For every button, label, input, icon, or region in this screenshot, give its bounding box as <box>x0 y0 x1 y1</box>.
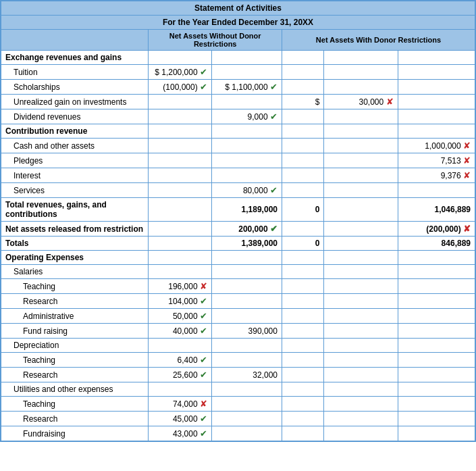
cell-b3 <box>398 426 475 441</box>
check-icon: ✔ <box>200 82 207 92</box>
cell-b3 <box>398 109 475 124</box>
col-label-header <box>1 30 149 51</box>
cell-a1 <box>149 198 212 222</box>
row-label: Research <box>1 368 149 382</box>
row-label: Services <box>1 183 149 198</box>
cell-b1: $ <box>282 95 323 109</box>
cell-b2 <box>324 412 398 426</box>
cell-a2: 32,000 <box>211 368 282 382</box>
cell-a1: 6,400 ✔ <box>149 353 212 368</box>
table-row: Depreciation <box>1 339 475 353</box>
cell-b3 <box>398 309 475 324</box>
cell-a2 <box>211 294 282 309</box>
row-label: Dividend revenues <box>1 109 149 124</box>
statement-wrapper: Statement of Activities For the Year End… <box>0 0 476 442</box>
cell-b2 <box>324 339 398 353</box>
cell-a1: (100,000) ✔ <box>149 80 212 95</box>
cell-a2 <box>211 339 282 353</box>
cell-b2 <box>324 265 398 279</box>
cell-b1 <box>282 51 323 65</box>
row-label: Teaching <box>1 397 149 412</box>
table-row: Total revenues, gains, and contributions… <box>1 198 475 222</box>
cell-b1 <box>282 168 323 183</box>
cell-a1: 196,000 ✘ <box>149 279 212 294</box>
cell-a2 <box>211 51 282 65</box>
table-row: Pledges7,513 ✘ <box>1 153 475 168</box>
row-label: Totals <box>1 237 149 251</box>
cell-b2 <box>324 294 398 309</box>
cell-a1: 45,000 ✔ <box>149 412 212 426</box>
cell-b2 <box>324 80 398 95</box>
cell-a1: 104,000 ✔ <box>149 294 212 309</box>
cell-b2 <box>324 426 398 441</box>
table-row: Interest9,376 ✘ <box>1 168 475 183</box>
cell-a1: 40,000 ✔ <box>149 324 212 339</box>
table-row: Cash and other assets1,000,000 ✘ <box>1 139 475 153</box>
cell-b1 <box>282 222 323 237</box>
cell-a2 <box>211 279 282 294</box>
cell-b3: (200,000) ✘ <box>398 222 475 237</box>
cell-b3 <box>398 124 475 139</box>
cell-b1 <box>282 426 323 441</box>
cell-b1 <box>282 139 323 153</box>
cell-a2 <box>211 124 282 139</box>
table-row: Teaching74,000 ✘ <box>1 397 475 412</box>
cell-b1 <box>282 382 323 397</box>
table-row: Salaries <box>1 265 475 279</box>
cell-b3 <box>398 324 475 339</box>
cell-b1: 0 <box>282 237 323 251</box>
row-label: Operating Expenses <box>1 251 149 265</box>
cell-a1 <box>149 139 212 153</box>
row-label: Teaching <box>1 279 149 294</box>
cell-b1 <box>282 353 323 368</box>
cell-b2 <box>324 139 398 153</box>
cell-b3: 7,513 ✘ <box>398 153 475 168</box>
cell-a2 <box>211 397 282 412</box>
cell-b3 <box>398 251 475 265</box>
x-icon: ✘ <box>200 399 207 409</box>
cell-b2 <box>324 382 398 397</box>
table-row: Tuition$ 1,200,000 ✔ <box>1 65 475 80</box>
row-label: Fund raising <box>1 324 149 339</box>
cell-b2 <box>324 51 398 65</box>
row-label: Salaries <box>1 265 149 279</box>
cell-a2: 200,000 ✔ <box>211 222 282 237</box>
cell-b2 <box>324 109 398 124</box>
cell-a1 <box>149 124 212 139</box>
col-header-with-donor: Net Assets With Donor Restrictions <box>282 30 475 51</box>
cell-b1 <box>282 80 323 95</box>
check-icon: ✔ <box>200 355 207 365</box>
table-row: Scholarships(100,000) ✔$ 1,100,000 ✔ <box>1 80 475 95</box>
table-row: Administrative50,000 ✔ <box>1 309 475 324</box>
cell-b1 <box>282 368 323 382</box>
cell-b1 <box>282 65 323 80</box>
cell-b3 <box>398 65 475 80</box>
cell-b3 <box>398 80 475 95</box>
cell-a1 <box>149 183 212 198</box>
cell-a1: 25,600 ✔ <box>149 368 212 382</box>
check-icon: ✔ <box>270 82 277 92</box>
cell-b2 <box>324 279 398 294</box>
table-row: Totals1,389,0000846,889 <box>1 237 475 251</box>
row-label: Total revenues, gains, and contributions <box>1 198 149 222</box>
title-1: Statement of Activities <box>1 1 475 16</box>
x-icon: ✘ <box>463 224 471 234</box>
cell-a2: 1,189,000 <box>211 198 282 222</box>
table-row: Teaching196,000 ✘ <box>1 279 475 294</box>
cell-a1 <box>149 51 212 65</box>
cell-a2: 390,000 <box>211 324 282 339</box>
table-row: Fundraising43,000 ✔ <box>1 426 475 441</box>
cell-a1 <box>149 265 212 279</box>
cell-b3 <box>398 294 475 309</box>
title-2: For the Year Ended December 31, 20XX <box>1 16 475 30</box>
row-label: Interest <box>1 168 149 183</box>
cell-b2 <box>324 368 398 382</box>
cell-b2 <box>324 124 398 139</box>
col-header-no-donor: Net Assets Without Donor Restrictions <box>149 30 282 51</box>
cell-b2 <box>324 183 398 198</box>
table-row: Utilities and other expenses <box>1 382 475 397</box>
cell-b3 <box>398 279 475 294</box>
cell-a1: 74,000 ✘ <box>149 397 212 412</box>
cell-a1: 43,000 ✔ <box>149 426 212 441</box>
cell-a2: 1,389,000 <box>211 237 282 251</box>
